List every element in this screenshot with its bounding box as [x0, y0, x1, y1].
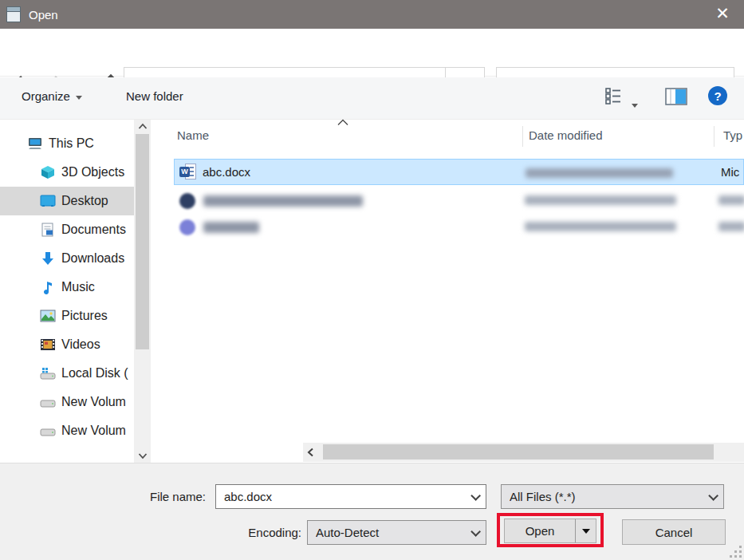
encoding-select[interactable]: Auto-Detect	[307, 520, 486, 545]
scrollbar-thumb[interactable]	[323, 444, 714, 459]
open-button[interactable]: Open	[504, 519, 596, 543]
column-headers: Name Date modified Typ	[152, 120, 744, 153]
help-icon[interactable]: ?	[707, 85, 728, 109]
sidebar-item-label: 3D Objects	[61, 165, 124, 179]
column-name[interactable]: Name	[177, 128, 209, 142]
open-dropdown-icon[interactable]	[575, 519, 596, 542]
blurred-type	[718, 195, 744, 205]
file-row-blurred-1[interactable]	[174, 187, 744, 214]
view-mode-icon[interactable]	[603, 85, 624, 109]
blurred-date-modified	[525, 195, 676, 205]
blurred-file-icon	[179, 193, 195, 209]
column-type[interactable]: Typ	[723, 128, 742, 142]
sidebar-item-desktop[interactable]: Desktop	[0, 187, 134, 215]
scroll-up-icon[interactable]	[134, 120, 151, 134]
navigation-bar: › This PC › Desktop Search Desktop	[0, 29, 744, 77]
sidebar-item-label: Music	[61, 280, 95, 294]
sidebar-item-music[interactable]: Music	[0, 273, 134, 302]
organize-button[interactable]: Organize	[22, 89, 82, 103]
sidebar-item-label: Documents	[61, 223, 126, 237]
resize-grip[interactable]	[729, 545, 742, 558]
blurred-date-modified	[526, 168, 673, 178]
file-row-blurred-2[interactable]	[174, 214, 744, 240]
network-icon	[40, 457, 56, 463]
music-note-icon	[40, 280, 56, 294]
monitor-icon	[40, 194, 56, 208]
chevron-down-icon	[699, 490, 723, 503]
sidebar-item-label: Pictures	[61, 309, 108, 323]
blurred-file-name	[203, 195, 363, 207]
sidebar-item-documents[interactable]: Documents	[0, 215, 134, 244]
blurred-file-icon	[179, 219, 195, 235]
command-toolbar: Organize New folder ?	[0, 77, 744, 120]
system-drive-icon	[40, 366, 56, 381]
horizontal-scrollbar[interactable]	[303, 443, 744, 462]
blurred-type	[718, 222, 744, 231]
sidebar-item-label: This PC	[49, 136, 94, 151]
svg-text:?: ?	[714, 89, 721, 103]
notepad-app-icon	[6, 6, 21, 22]
file-type-partial: Mic	[721, 165, 739, 179]
sidebar-item-this-pc[interactable]: This PC	[0, 129, 134, 158]
sidebar-scrollbar[interactable]	[134, 120, 151, 463]
file-name-label: File name:	[110, 490, 206, 503]
sidebar-item-label: New Volum	[61, 395, 126, 409]
encoding-label: Encoding:	[206, 526, 301, 539]
content-area: This PC 3D Objects Desktop Documents Dow…	[0, 120, 744, 463]
computer-icon	[27, 136, 43, 151]
sidebar-item-label: New Volum	[61, 424, 126, 438]
drive-icon	[40, 424, 56, 438]
chevron-down-icon	[462, 526, 486, 539]
close-icon[interactable]: ✕	[709, 2, 736, 26]
sidebar-item-partial[interactable]	[0, 450, 134, 463]
titlebar: Open ✕	[0, 0, 744, 29]
sidebar-item-local-disk[interactable]: Local Disk (	[0, 359, 134, 388]
sidebar-item-downloads[interactable]: Downloads	[0, 244, 134, 273]
file-list: Name Date modified Typ W abc.docx Mic	[152, 120, 744, 463]
film-icon	[40, 337, 56, 352]
preview-pane-icon[interactable]	[665, 87, 687, 109]
sidebar-item-label: Local Disk (	[61, 366, 128, 381]
file-name: abc.docx	[203, 165, 250, 179]
picture-icon	[40, 309, 56, 323]
blurred-date-modified	[525, 222, 676, 231]
organize-caret-icon	[76, 96, 82, 100]
file-type-select[interactable]: All Files (*.*)	[501, 484, 724, 509]
sidebar-item-label: Downloads	[61, 251, 124, 266]
sidebar-item-new-volume-2[interactable]: New Volum	[0, 416, 134, 445]
sidebar-item-label: Desktop	[61, 194, 108, 208]
word-document-icon: W	[179, 164, 196, 180]
dialog-footer: File name: abc.docx All Files (*.*) Enco…	[0, 463, 744, 560]
window-title: Open	[29, 8, 58, 22]
document-icon	[40, 223, 56, 237]
blurred-file-name	[203, 222, 259, 233]
sidebar-item-label: Videos	[61, 337, 100, 352]
open-dialog: Open ✕ › This PC › Desktop	[0, 0, 744, 560]
column-date-modified[interactable]: Date modified	[529, 128, 603, 142]
view-mode-caret-icon[interactable]	[632, 98, 638, 112]
new-folder-button[interactable]: New folder	[126, 89, 183, 103]
file-row-abc-docx[interactable]: W abc.docx Mic	[174, 159, 744, 185]
cancel-button[interactable]: Cancel	[622, 519, 726, 545]
chevron-down-icon[interactable]	[462, 490, 486, 503]
sidebar-item-3d-objects[interactable]: 3D Objects	[0, 158, 134, 187]
scrollbar-thumb[interactable]	[136, 134, 149, 349]
cube-icon	[40, 165, 56, 179]
sidebar-item-new-volume-1[interactable]: New Volum	[0, 388, 134, 416]
sidebar-item-pictures[interactable]: Pictures	[0, 302, 134, 330]
scroll-left-icon[interactable]	[303, 443, 319, 462]
scroll-down-icon[interactable]	[134, 448, 151, 463]
down-arrow-icon	[40, 251, 56, 266]
navigation-pane: This PC 3D Objects Desktop Documents Dow…	[0, 120, 134, 463]
sidebar-item-videos[interactable]: Videos	[0, 330, 134, 359]
red-annotation-box: Open	[497, 513, 604, 547]
file-name-input[interactable]: abc.docx	[215, 484, 486, 509]
drive-icon	[40, 395, 56, 409]
